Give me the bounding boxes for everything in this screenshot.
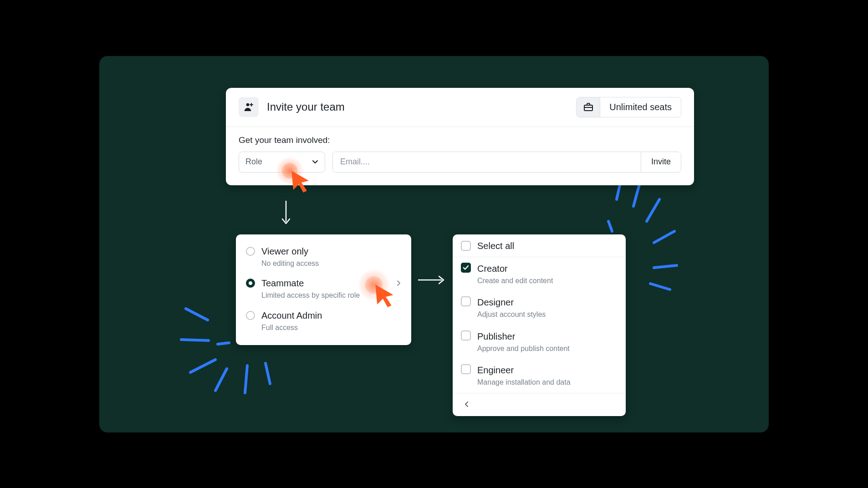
perm-name: Creator [477,263,553,275]
arrow-right-icon [417,274,447,285]
select-all-label: Select all [477,241,514,251]
svg-line-11 [245,366,247,393]
permission-option[interactable]: Designer Adjust account styles [453,291,626,325]
checkbox-icon [461,330,471,341]
svg-line-5 [650,284,670,290]
arrow-down-icon [281,200,291,227]
checkbox-icon [461,241,471,251]
invite-card: Invite your team Unlimited seats Get you… [226,88,694,185]
svg-line-8 [181,340,209,341]
role-name: Viewer only [261,245,319,258]
role-select[interactable]: Role [239,152,325,173]
checkbox-icon [461,296,471,306]
card-header: Invite your team Unlimited seats [226,88,694,127]
email-input[interactable] [333,152,641,172]
role-option[interactable]: Viewer only No editing access [244,241,403,273]
role-select-label: Role [245,157,262,167]
seats-label: Unlimited seats [600,97,681,117]
svg-line-6 [608,221,612,231]
radio-icon [246,247,255,256]
radio-selected-icon [246,279,255,288]
svg-line-9 [190,360,215,372]
stage: Invite your team Unlimited seats Get you… [99,56,769,432]
permissions-panel: Select all Creator Create and edit conte… [453,234,626,416]
select-all-row[interactable]: Select all [453,234,626,257]
perm-name: Publisher [477,330,570,343]
card-body: Get your team involved: Role Invite [226,127,694,185]
permission-option[interactable]: Publisher Approve and publish content [453,325,626,359]
perm-desc: Manage installation and data [477,377,571,387]
checkbox-icon [461,364,471,374]
role-dropdown: Viewer only No editing access Teammate L… [236,234,411,346]
back-button[interactable] [460,398,473,411]
role-name: Account Admin [261,310,322,322]
role-option[interactable]: Teammate Limited access by specific role [244,273,403,305]
invite-button[interactable]: Invite [641,152,681,172]
svg-line-10 [215,369,227,391]
permission-option[interactable]: Engineer Manage installation and data [453,359,626,393]
role-desc: No editing access [261,259,319,269]
perm-name: Designer [477,296,546,309]
svg-line-12 [266,363,270,384]
checkbox-checked-icon [461,263,471,273]
permission-option[interactable]: Creator Create and edit content [453,257,626,291]
svg-point-14 [246,103,250,107]
svg-line-4 [654,265,677,268]
perm-desc: Adjust account styles [477,310,546,320]
radio-icon [246,311,255,320]
seats-badge: Unlimited seats [576,97,681,117]
role-option[interactable]: Account Admin Full access [244,305,403,337]
role-desc: Full access [261,323,322,333]
role-desc: Limited access by specific role [261,290,360,300]
perm-desc: Create and edit content [477,276,553,286]
panel-footer [453,393,626,416]
svg-line-7 [186,309,208,320]
chevron-right-icon [397,280,401,288]
chevron-left-icon [464,401,469,407]
chevron-down-icon [312,157,318,167]
perm-name: Engineer [477,364,571,376]
perm-desc: Approve and publish content [477,344,570,354]
svg-line-13 [218,343,229,344]
briefcase-icon [577,97,600,117]
card-title: Invite your team [267,101,345,113]
email-group: Invite [332,152,681,173]
svg-line-3 [654,231,674,243]
role-name: Teammate [261,277,360,290]
add-user-icon [239,97,259,117]
svg-line-2 [647,199,659,221]
involved-label: Get your team involved: [239,135,681,145]
